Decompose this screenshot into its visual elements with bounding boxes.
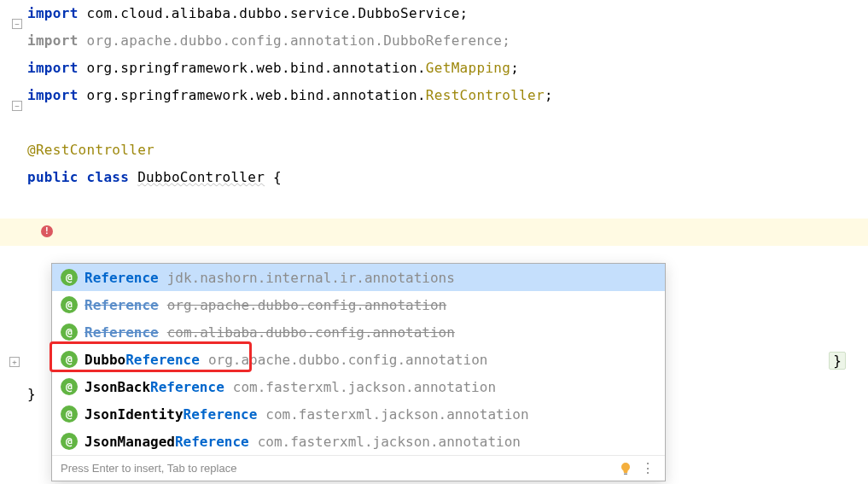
completion-package: org.apache.dubbo.config.annotation <box>208 352 488 368</box>
code-line[interactable]: import org.springframework.web.bind.anno… <box>27 82 868 109</box>
completion-item[interactable]: @DubboReferenceorg.apache.dubbo.config.a… <box>52 346 665 373</box>
code-line[interactable] <box>27 191 868 219</box>
error-icon[interactable]: ! <box>41 225 53 237</box>
completion-name: JsonIdentityReference <box>84 406 257 423</box>
code-line-active[interactable]: ! @Reference <box>0 219 868 246</box>
code-line[interactable]: @RestController <box>27 137 868 164</box>
completion-item[interactable]: @JsonIdentityReferencecom.fasterxml.jack… <box>52 400 665 428</box>
annotation-icon: @ <box>61 269 78 286</box>
completion-package: jdk.nashorn.internal.ir.annotations <box>167 270 455 286</box>
completion-item[interactable]: @Referencecom.alibaba.dubbo.config.annot… <box>52 318 665 346</box>
completion-package: org.apache.dubbo.config.annotation <box>167 297 447 313</box>
annotation-icon: @ <box>61 324 78 341</box>
completion-package: com.fasterxml.jackson.annotation <box>258 434 521 450</box>
fold-icon[interactable]: − <box>12 19 22 29</box>
completion-item[interactable]: @JsonManagedReferencecom.fasterxml.jacks… <box>52 428 665 455</box>
annotation-icon: @ <box>61 378 78 395</box>
fold-icon[interactable]: − <box>12 101 22 111</box>
completion-item[interactable]: @Referenceorg.apache.dubbo.config.annota… <box>52 291 665 318</box>
completion-popup: @Referencejdk.nashorn.internal.ir.annota… <box>51 263 666 481</box>
brace-match-hint: } <box>829 352 846 370</box>
completion-name: JsonManagedReference <box>84 434 249 450</box>
completion-name: Reference <box>84 270 159 286</box>
code-editor[interactable]: import com.cloud.alibaba.dubbo.service.D… <box>27 0 868 246</box>
completion-name: DubboReference <box>84 352 200 368</box>
completion-name: Reference <box>84 297 159 313</box>
code-line[interactable] <box>27 109 868 137</box>
completion-name: Reference <box>84 324 159 341</box>
popup-footer: Press Enter to insert, Tab to replace ⋮ <box>52 455 665 481</box>
code-line[interactable]: import com.cloud.alibaba.dubbo.service.D… <box>27 0 868 27</box>
completion-package: com.alibaba.dubbo.config.annotation <box>167 324 455 341</box>
completion-package: com.fasterxml.jackson.annotation <box>233 379 496 395</box>
annotation-icon: @ <box>61 433 78 450</box>
expand-icon[interactable]: + <box>9 357 20 367</box>
code-line[interactable]: import org.apache.dubbo.config.annotatio… <box>27 27 868 55</box>
completion-item[interactable]: @Referencejdk.nashorn.internal.ir.annota… <box>52 264 665 291</box>
more-icon[interactable]: ⋮ <box>639 460 656 476</box>
svg-rect-0 <box>624 473 627 475</box>
code-line[interactable]: } <box>27 386 36 402</box>
code-line[interactable]: import org.springframework.web.bind.anno… <box>27 55 868 82</box>
popup-hint-text: Press Enter to insert, Tab to replace <box>61 462 236 475</box>
code-line[interactable]: public class DubboController { <box>27 164 868 191</box>
completion-item[interactable]: @JsonBackReferencecom.fasterxml.jackson.… <box>52 373 665 400</box>
lightbulb-icon[interactable] <box>619 462 632 475</box>
completion-package: com.fasterxml.jackson.annotation <box>265 406 528 423</box>
annotation-icon: @ <box>61 405 78 423</box>
completion-name: JsonBackReference <box>84 379 224 395</box>
annotation-icon: @ <box>61 296 78 313</box>
annotation-icon: @ <box>61 351 78 368</box>
